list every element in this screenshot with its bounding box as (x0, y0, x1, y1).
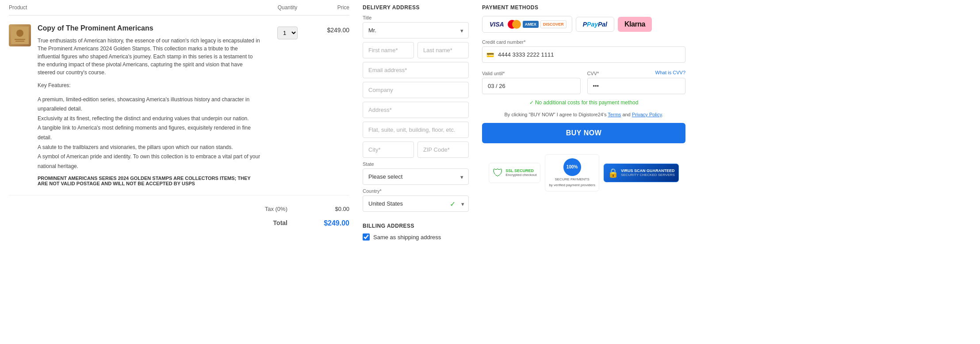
cc-number-input[interactable] (482, 46, 685, 63)
tax-value: $0.00 (314, 206, 349, 212)
zip-field[interactable] (417, 141, 469, 158)
billing-same-label: Same as shipping address (373, 234, 441, 241)
company-input[interactable] (363, 82, 469, 98)
product-title: Copy of The Prominent Americans (38, 24, 261, 32)
secure-payments-badge: 100% SECURE PAYMENTS by verified payment… (545, 154, 599, 192)
credit-card-icon: 💳 (486, 51, 494, 58)
first-name-field[interactable] (363, 42, 414, 58)
payment-logos: VISA AMEX DISCOVER P Pay Pal Klarna (482, 16, 685, 33)
first-name-input[interactable] (363, 42, 414, 58)
city-field[interactable] (363, 141, 414, 158)
feature-item: A premium, limited-edition series, showc… (38, 95, 261, 114)
secure-pay-icon: 100% (563, 158, 581, 176)
mastercard-logo (508, 20, 521, 29)
state-label: State (363, 161, 469, 167)
secure-pay-sublabel: by verified payment providers (549, 183, 595, 187)
title-select[interactable]: Mr. Ms. Mrs. Dr. (363, 22, 469, 38)
title-select-wrapper[interactable]: Mr. Ms. Mrs. Dr. (363, 22, 469, 38)
billing-section-title: BILLING ADDRESS (363, 218, 469, 229)
state-select-wrapper[interactable]: Please select Alabama Alaska California … (363, 168, 469, 185)
product-features-title: Key Features: (38, 81, 261, 91)
klarna-logo-box[interactable]: Klarna (618, 17, 652, 32)
last-name-field[interactable] (417, 42, 469, 58)
billing-same-checkbox-label[interactable]: Same as shipping address (363, 233, 469, 241)
terms-link[interactable]: Terms (608, 112, 621, 117)
valid-until-field[interactable]: Valid until* (482, 67, 581, 94)
cvv-field[interactable]: CVV* What is CVV? (587, 67, 686, 94)
product-info: Copy of The Prominent Americans True ent… (38, 24, 261, 186)
address2-field[interactable] (363, 122, 469, 138)
quantity-select[interactable]: 1 2 3 (277, 27, 298, 39)
what-is-cvv-link[interactable]: What is CVV? (655, 70, 685, 75)
card-logos[interactable]: VISA AMEX DISCOVER (482, 16, 572, 33)
col-header-quantity: Quantity (261, 4, 314, 11)
svg-point-1 (16, 30, 23, 37)
trust-badges: 🛡 SSL SECURED Encrypted checkout 100% SE… (482, 154, 685, 192)
state-select[interactable]: Please select Alabama Alaska California … (363, 168, 469, 185)
address-input[interactable] (363, 102, 469, 118)
virus-scan-badge: 🔒 VIRUS SCAN GUARANTEED SECURITY CHECKED… (604, 164, 679, 182)
email-field[interactable] (363, 62, 469, 78)
country-check-icon: ✓ (450, 199, 456, 208)
cc-number-field[interactable]: 💳 (482, 46, 685, 63)
zip-input[interactable] (417, 141, 469, 158)
feature-item: A salute to the trailblazers and visiona… (38, 143, 261, 153)
address2-input[interactable] (363, 122, 469, 138)
city-input[interactable] (363, 141, 414, 158)
tax-row: Tax (0%) $0.00 (9, 202, 349, 216)
buy-now-button[interactable]: BUY NOW (482, 123, 685, 143)
klarna-text: Klarna (624, 20, 645, 28)
secure-pay-label: SECURE PAYMENTS (555, 177, 589, 182)
feature-item: A symbol of American pride and identity.… (38, 152, 261, 171)
privacy-link[interactable]: Privacy Policy (632, 112, 662, 117)
payment-methods-title: PAYMENT METHODS (482, 4, 685, 11)
totals-section: Tax (0%) $0.00 Total $249.00 (9, 195, 349, 237)
tax-label: Tax (0%) (265, 206, 287, 212)
valid-until-label: Valid until* (482, 71, 581, 76)
country-label: Country* (363, 188, 469, 194)
valid-until-input[interactable] (482, 78, 581, 94)
total-label: Total (273, 219, 287, 227)
last-name-input[interactable] (417, 42, 469, 58)
product-disclaimer: PROMINENT AMERICANS SERIES 2024 GOLDEN S… (38, 176, 261, 186)
discover-logo: DISCOVER (540, 20, 567, 28)
feature-item: Exclusivity at its finest, reflecting th… (38, 114, 261, 124)
delivery-section-title: DELIVERY ADDRESS (363, 0, 469, 11)
title-label: Title (363, 15, 469, 20)
amex-logo: AMEX (523, 21, 539, 28)
table-row: Copy of The Prominent Americans True ent… (9, 15, 349, 195)
paypal-p2: Pay (587, 21, 598, 28)
ssl-label: SSL SECURED (505, 168, 536, 173)
ssl-sublabel: Encrypted checkout (505, 173, 536, 177)
feature-item: A tangible link to America's most defini… (38, 123, 261, 142)
col-header-price: Price (314, 4, 349, 11)
paypal-logo-box[interactable]: P Pay Pal (576, 17, 614, 32)
col-header-product: Product (9, 4, 261, 11)
product-features-list: A premium, limited-edition series, showc… (38, 95, 261, 172)
ssl-badge: 🛡 SSL SECURED Encrypted checkout (489, 163, 540, 183)
cvv-input[interactable] (587, 78, 686, 94)
country-select-wrapper[interactable]: United States Canada United Kingdom ✓ ▾ (363, 195, 469, 212)
product-description: True enthusiasts of American history, th… (38, 37, 261, 76)
product-price: $249.00 (314, 24, 349, 34)
country-dropdown-icon: ▾ (461, 200, 464, 207)
company-field[interactable] (363, 82, 469, 98)
product-image (9, 24, 31, 46)
total-value: $249.00 (314, 219, 349, 227)
product-quantity[interactable]: 1 2 3 (261, 24, 314, 39)
visa-logo: VISA (488, 20, 506, 29)
billing-same-checkbox[interactable] (363, 233, 370, 241)
paypal-pal: Pal (598, 21, 607, 28)
lock-icon: 🔒 (608, 168, 619, 178)
no-cost-notice: No additional costs for this payment met… (482, 99, 685, 106)
billing-section: BILLING ADDRESS Same as shipping address (363, 218, 469, 241)
svg-rect-3 (15, 41, 24, 42)
paypal-p1: P (583, 21, 587, 28)
virus-scan-label: VIRUS SCAN GUARANTEED (621, 168, 675, 173)
cc-number-label: Credit card number* (482, 39, 685, 45)
address-field[interactable] (363, 102, 469, 118)
ssl-shield-icon: 🛡 (493, 167, 503, 179)
virus-scan-sublabel: SECURITY CHECKED SERVERS (621, 173, 675, 177)
grand-total-row: Total $249.00 (9, 216, 349, 231)
email-input[interactable] (363, 62, 469, 78)
